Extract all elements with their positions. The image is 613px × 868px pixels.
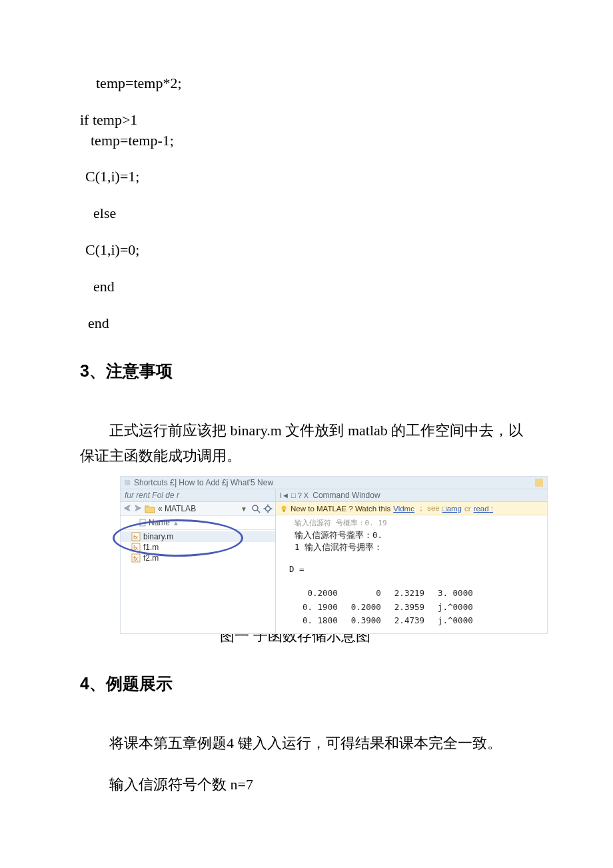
- path-bar: ⮜ ⮞ « MATLAB ▼: [121, 502, 275, 516]
- shortcuts-bar: Shortcuts £] How to Add £j What'5 New: [121, 477, 547, 489]
- file-name: f1.m: [143, 543, 159, 552]
- svg-rect-7: [140, 519, 145, 526]
- gear-icon[interactable]: [263, 504, 273, 513]
- welcome-banner: New to MATLAE ? Watch this Vidmc ； see □…: [276, 502, 547, 515]
- cell: j.^0000: [438, 614, 486, 628]
- code-line: C(1,i)=1;: [80, 167, 533, 187]
- grip-icon: [125, 480, 130, 485]
- m-file-icon: fx: [131, 553, 141, 563]
- paragraph-4b: 输入信源符号个数 n=7: [80, 772, 533, 797]
- list-header[interactable]: Name ▲: [121, 516, 275, 530]
- command-window-pane: I◄ □ ? X Command Window New to MATLAE ? …: [276, 489, 547, 633]
- output-table: 0.2000 0 2.3219 3. 0000 0. 1900 0.2000 2…: [295, 587, 486, 628]
- banner-link-video[interactable]: Vidmc: [393, 505, 414, 513]
- paragraph-3: 正式运行前应该把 binary.m 文件放到 matlab 的工作空间中去，以保…: [80, 418, 533, 468]
- cell: 2.3959: [394, 601, 438, 615]
- cell: 2.3219: [394, 587, 438, 601]
- shortcuts-label: Shortcuts £] How to Add £j What'5 New: [134, 478, 273, 487]
- figure-matlab-ui: Shortcuts £] How to Add £j What'5 New fu…: [120, 476, 533, 634]
- chevron-down-icon[interactable]: ▼: [239, 505, 249, 513]
- matlab-window: Shortcuts £] How to Add £j What'5 New fu…: [120, 476, 548, 634]
- cell: 0.2000: [351, 601, 394, 615]
- table-row: 0. 1800 0.3900 2.4739 j.^0000: [295, 614, 486, 628]
- heading-3: 3、注意事项: [80, 360, 533, 382]
- forward-arrow-icon[interactable]: ⮞: [134, 504, 142, 513]
- sort-up-icon: ▲: [173, 519, 179, 527]
- command-window-title: Command Window: [312, 491, 380, 500]
- banner-or: cr: [464, 505, 471, 513]
- svg-line-1: [257, 510, 260, 513]
- cmd-line: 输入信源符号攏率：0.: [295, 529, 540, 542]
- heading-4: 4、例题展示: [80, 673, 533, 695]
- path-text[interactable]: « MATLAB: [158, 504, 237, 513]
- banner-prefix: New to MATLAE ? Watch this: [291, 505, 390, 513]
- table-row: 0. 1900 0.2000 2.3959 j.^0000: [295, 601, 486, 615]
- code-line: end: [80, 277, 533, 297]
- m-file-icon: fx: [131, 532, 141, 541]
- svg-point-0: [253, 505, 258, 511]
- cell: 3. 0000: [438, 587, 486, 601]
- m-file-icon: fx: [131, 543, 141, 552]
- cell: 0: [351, 587, 394, 601]
- lightbulb-icon: [280, 505, 288, 513]
- window-controls-icon[interactable]: I◄ □ ? X: [280, 491, 308, 499]
- command-titlebar: I◄ □ ? X Command Window: [276, 489, 547, 502]
- svg-point-14: [282, 505, 287, 510]
- code-line: temp=temp*2;: [80, 73, 533, 94]
- pane-title: fur rent Fol de r: [121, 489, 275, 502]
- banner-link-demo[interactable]: □amg: [442, 505, 462, 513]
- cell: 0. 1900: [295, 601, 351, 615]
- code-block: temp=temp*2; if temp>1 temp=temp-1; C(1,…: [80, 73, 533, 333]
- folder-icon: [145, 504, 155, 513]
- list-item[interactable]: fx f2.m: [121, 553, 275, 563]
- cell: 0. 1800: [295, 614, 351, 628]
- banner-link-read[interactable]: read :: [474, 505, 493, 513]
- code-line: if temp>1: [80, 110, 533, 131]
- search-icon[interactable]: [251, 504, 261, 513]
- code-line: end: [80, 313, 533, 334]
- cmd-line: 输入信源符 号概率：0. 19: [295, 518, 540, 529]
- code-line: else: [80, 203, 533, 224]
- cmd-line: 1 输入信泯符号拥率：: [295, 541, 540, 554]
- file-name: f2.m: [143, 553, 159, 563]
- paragraph-4a: 将课本第五章例题4 键入入运行，可得结果和课本完全一致。: [80, 731, 533, 755]
- list-item[interactable]: fx f1.m: [121, 542, 275, 553]
- command-body[interactable]: 输入信源符 号概率：0. 19 输入信源符号攏率：0. 1 输入信泯符号拥率： …: [276, 515, 547, 633]
- banner-mid: ； see: [417, 503, 440, 513]
- name-column-label: Name: [149, 518, 170, 527]
- svg-text:fx: fx: [133, 534, 139, 541]
- svg-text:fx: fx: [133, 545, 139, 551]
- svg-point-2: [266, 507, 271, 511]
- code-line: C(1,i)=0;: [80, 240, 533, 261]
- d-label: D =: [289, 563, 540, 576]
- shortcuts-extra-icon: [535, 479, 543, 487]
- svg-rect-15: [283, 510, 285, 512]
- code-line: temp=temp-1;: [80, 131, 533, 151]
- cell: 2.4739: [394, 614, 438, 628]
- file-list: fx binary.m fx f1.m fx f2.m: [121, 530, 275, 598]
- document-page: temp=temp*2; if temp>1 temp=temp-1; C(1,…: [0, 0, 613, 858]
- cell: 0.3900: [351, 614, 394, 628]
- cell: 0.2000: [295, 587, 351, 601]
- list-item[interactable]: fx binary.m: [121, 531, 275, 542]
- cell: j.^0000: [438, 601, 486, 615]
- file-icon: [139, 519, 146, 527]
- back-arrow-icon[interactable]: ⮜: [123, 504, 131, 513]
- table-row: 0.2000 0 2.3219 3. 0000: [295, 587, 486, 601]
- file-name: binary.m: [143, 532, 173, 541]
- current-folder-pane: fur rent Fol de r ⮜ ⮞ « MATLAB ▼: [121, 489, 276, 633]
- svg-text:fx: fx: [133, 555, 139, 562]
